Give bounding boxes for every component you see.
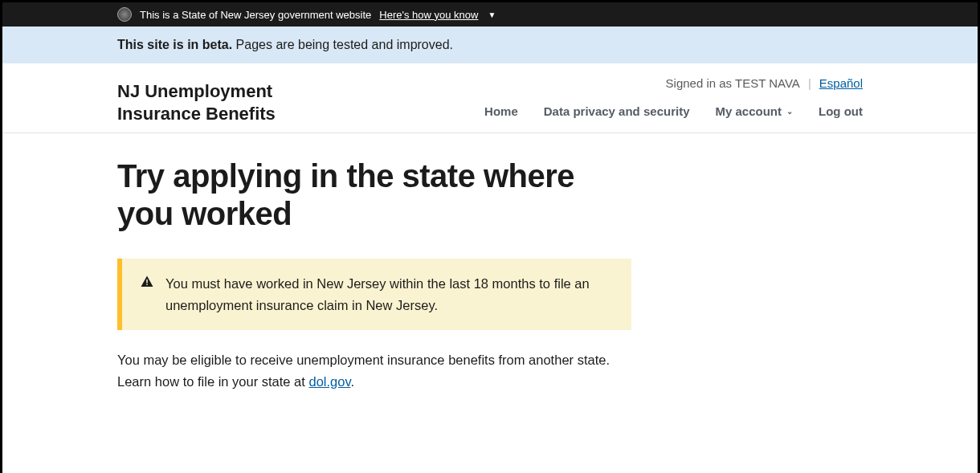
main-nav: Home Data privacy and security My accoun… [484,104,863,124]
nav-logout[interactable]: Log out [819,104,863,118]
gov-banner-text: This is a State of New Jersey government… [140,9,371,21]
nj-seal-icon [117,7,132,22]
top-links: Signed in as TEST NAVA | Español [666,76,863,90]
header: NJ Unemployment Insurance Benefits Signe… [2,63,978,133]
warning-triangle-icon [140,275,154,292]
site-title: NJ Unemployment Insurance Benefits [117,80,294,124]
dol-gov-link[interactable]: dol.gov [308,374,350,389]
chevron-down-icon: ⌄ [786,107,793,116]
beta-text: Pages are being tested and improved. [232,38,453,51]
page-title: Try applying in the state where you work… [117,157,631,233]
language-link[interactable]: Español [819,76,863,90]
chevron-down-icon: ▼ [488,10,496,19]
main-content: Try applying in the state where you work… [104,133,876,473]
nav-home[interactable]: Home [484,104,518,118]
gov-banner: This is a State of New Jersey government… [2,2,978,27]
nav-privacy[interactable]: Data privacy and security [544,104,690,118]
warning-alert: You must have worked in New Jersey withi… [117,259,631,330]
svg-rect-0 [146,279,148,283]
separator: | [808,76,811,90]
warning-alert-text: You must have worked in New Jersey withi… [165,273,614,316]
beta-label: This site is in beta. [117,38,232,51]
beta-banner: This site is in beta. Pages are being te… [2,27,978,63]
gov-banner-how-link[interactable]: Here's how you know [379,9,478,21]
nav-my-account[interactable]: My account ⌄ [716,104,794,118]
body-paragraph: You may be eligible to receive unemploym… [117,349,631,392]
signed-in-text: Signed in as TEST NAVA [666,76,800,90]
svg-rect-1 [146,284,148,286]
